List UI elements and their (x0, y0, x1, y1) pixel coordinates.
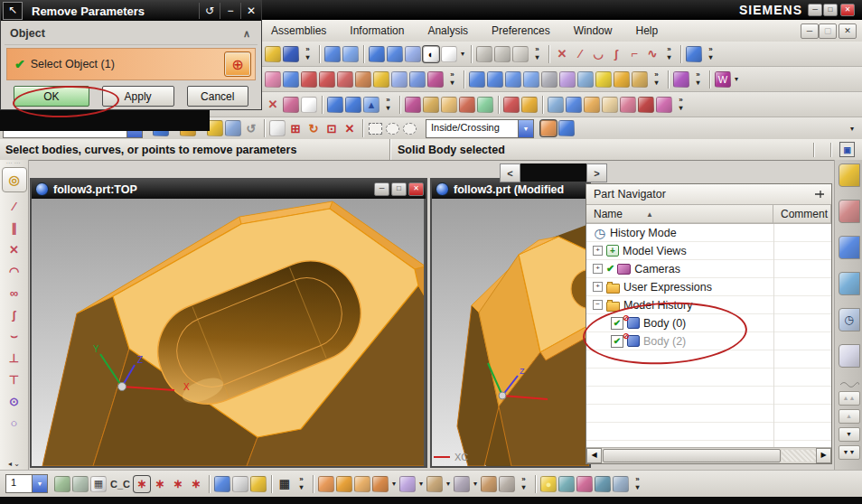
lasso-select-icon[interactable] (386, 123, 399, 135)
save-icon[interactable] (283, 46, 299, 62)
offset-curve-icon[interactable] (521, 97, 538, 113)
line-icon[interactable]: ∕ (572, 46, 588, 62)
column-header-name[interactable]: Name ▲ (586, 205, 773, 223)
tree-row-body-0-[interactable]: ✔⊘Body (0) (586, 314, 831, 332)
child-restore-button[interactable]: ▢ (819, 23, 837, 39)
datum-csys-icon[interactable] (476, 46, 492, 62)
sweep-icon[interactable] (337, 71, 353, 88)
export-image-icon[interactable] (613, 476, 629, 492)
collapse-icon[interactable]: − (593, 300, 603, 310)
layer-visible-in-view-icon[interactable] (72, 476, 89, 492)
thicken-icon[interactable] (614, 71, 630, 88)
studio-spline-icon[interactable]: ʃ (5, 304, 24, 324)
toolbar-overflow-icon[interactable]: »▾ (663, 46, 675, 62)
variational-sweep-icon[interactable] (487, 71, 503, 88)
fit-view-icon[interactable]: ▣ (839, 142, 855, 157)
grid-icon[interactable]: ▦ (276, 476, 293, 492)
dialog-titlebar[interactable]: ↖ Remove Parameters ↺ − ✕ (1, 1, 261, 21)
cc-display-icon[interactable]: C_C (108, 476, 132, 492)
toolbar-overflow-icon[interactable]: »▾ (632, 476, 643, 492)
part-navigator-header[interactable]: Part Navigator (586, 184, 831, 205)
shell-icon[interactable] (548, 97, 564, 113)
hd3d-tool-icon[interactable] (454, 476, 470, 492)
intersection-snap-icon[interactable]: ✕ (342, 120, 358, 136)
scroll-down-button[interactable]: ▼ (839, 427, 860, 442)
sketch-in-task-icon[interactable] (283, 71, 299, 88)
spline-icon[interactable]: ʃ (608, 46, 624, 62)
x-form-icon[interactable] (423, 97, 439, 113)
tree-row-history-mode[interactable]: ◷History Mode (586, 224, 831, 242)
midpoint-snap-icon[interactable]: ⊡ (323, 120, 340, 136)
dialog-minimize-icon[interactable]: − (220, 3, 240, 19)
split-body-icon[interactable] (620, 97, 636, 113)
select-object-row[interactable]: ✔ Select Object (1) ⊕ (6, 48, 256, 80)
body-filter-icon[interactable] (225, 120, 241, 136)
sweep-along-guide-icon[interactable] (505, 71, 521, 88)
child-close-button[interactable]: ✕ (839, 23, 857, 39)
clean-up-icon[interactable] (541, 71, 557, 88)
light-bulb-icon[interactable]: ● (540, 476, 557, 492)
plane-icon[interactable] (301, 97, 317, 113)
helix-icon[interactable]: ∿ (644, 46, 661, 62)
vp1-close-button[interactable]: ✕ (408, 182, 424, 196)
point-snap-icon[interactable]: ⊞ (287, 120, 304, 136)
boss-icon[interactable] (391, 71, 408, 88)
corner-icon[interactable]: ⌐ (626, 46, 642, 62)
wireframe-view-icon[interactable] (405, 46, 421, 62)
photo-render-icon[interactable] (576, 476, 593, 492)
menu-analysis[interactable]: Analysis (426, 23, 470, 39)
dome-icon[interactable] (577, 71, 594, 88)
shaded-view-icon[interactable] (369, 46, 385, 62)
open-icon[interactable] (265, 46, 281, 62)
tree-row-body-2-[interactable]: ✔⊘Body (2) (586, 332, 831, 350)
vp2-canvas[interactable]: Z XC (432, 199, 589, 466)
vp1-titlebar[interactable]: follow3.prt:TOP ─ □ ✕ (32, 180, 426, 199)
sheet-body-filter-icon[interactable] (558, 120, 575, 136)
tube-icon[interactable] (355, 71, 371, 88)
toolbar-overflow-icon[interactable]: »▾ (382, 97, 394, 113)
constraint-navigator-tab[interactable] (839, 200, 860, 223)
extend-icon[interactable]: ⊤ (5, 369, 24, 389)
scroll-tabs-left-button[interactable] (500, 163, 520, 182)
toolbar-overflow-icon[interactable]: »▾ (675, 97, 687, 113)
ellipse-icon[interactable]: ○ (5, 413, 24, 433)
apply-button[interactable]: Apply (102, 86, 174, 107)
dialog-reset-icon[interactable]: ↺ (199, 3, 220, 19)
datum-sheet-icon[interactable] (512, 46, 529, 62)
toolbar-grip[interactable]: ⋯⋯ (6, 161, 23, 166)
arc-icon[interactable]: ◡ (590, 46, 606, 62)
rotate-point-icon[interactable]: ↻ (305, 120, 322, 136)
toolbar-overflow-icon[interactable]: »▾ (446, 71, 458, 88)
app-minimize-button[interactable]: ─ (808, 4, 822, 16)
wcs-dynamics-icon[interactable]: ∗ (134, 476, 150, 492)
menu-window[interactable]: Window (572, 23, 614, 39)
toolbar-overflow-icon[interactable]: »▾ (531, 46, 543, 62)
patch-body-icon[interactable] (441, 97, 457, 113)
toolbar-overflow-icon[interactable]: ▾ (848, 125, 857, 133)
section-curve-icon[interactable] (372, 476, 389, 492)
dropdown-arrow-icon[interactable]: ▾ (471, 480, 480, 488)
tree-row-model-history[interactable]: −Model History (586, 296, 831, 314)
rotate-view-icon[interactable] (342, 46, 359, 62)
circle-select-icon[interactable] (403, 123, 417, 135)
tree-row-model-views[interactable]: ++Model Views (586, 242, 831, 260)
general-selection-icon[interactable] (269, 120, 286, 136)
combo-dropdown-icon[interactable] (518, 120, 533, 137)
named-views-icon[interactable] (686, 46, 702, 62)
block-icon[interactable] (345, 97, 361, 113)
toolbar-overflow-icon[interactable]: »▾ (692, 71, 704, 88)
scroll-bottom-button[interactable]: ▼▼ (839, 445, 860, 460)
pmi-icon[interactable] (673, 71, 689, 88)
trim-icon[interactable]: ⊥ (5, 348, 24, 368)
offset-surface-icon[interactable] (632, 71, 648, 88)
shaded-edges-icon[interactable] (387, 46, 403, 62)
move-object-icon[interactable] (250, 476, 267, 492)
rectangle-select-icon[interactable] (369, 123, 382, 135)
vp1-canvas[interactable]: Y X Z (32, 199, 424, 466)
scroll-left-icon[interactable]: ◀ (586, 448, 602, 463)
scroll-up-button[interactable]: ▲ (839, 409, 860, 424)
object-display-icon[interactable] (214, 476, 230, 492)
expand-icon[interactable]: + (593, 246, 603, 256)
assembly-navigator-tab[interactable] (839, 163, 860, 187)
visibility-checkbox[interactable]: ✔ (611, 335, 623, 348)
